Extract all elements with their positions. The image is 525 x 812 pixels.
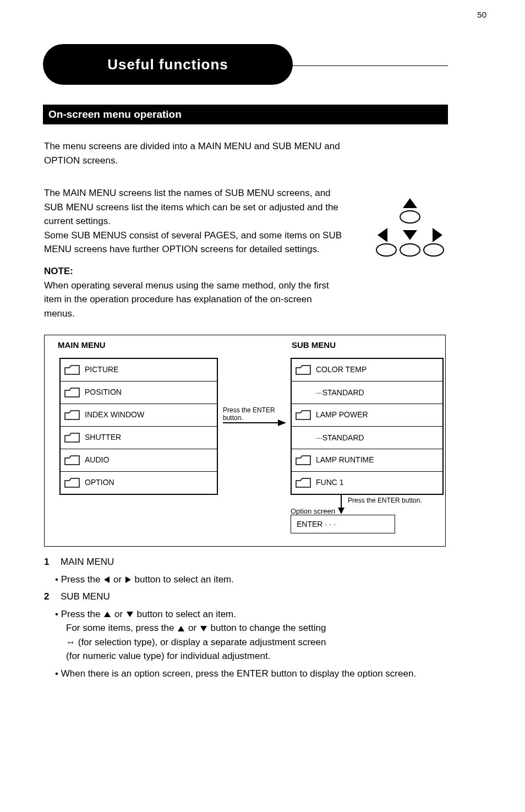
header-pill-rule	[292, 66, 448, 66]
svg-marker-11	[338, 508, 344, 514]
svg-point-7	[424, 244, 444, 256]
section-bar: On-screen menu operation	[43, 105, 448, 124]
step-2-bullet-2: • When there is an option screen, press …	[55, 667, 448, 681]
header-pill-text: Useful functions	[107, 56, 228, 73]
step-2-note-3: (for numeric value type) for individual …	[66, 649, 448, 663]
steps-block: 1MAIN MENU • Press the or button to sele…	[44, 555, 448, 680]
folder-icon	[295, 477, 311, 488]
folder-icon	[64, 410, 80, 421]
page-number: 50	[477, 10, 486, 19]
list-item: ···STANDARD	[292, 382, 443, 404]
svg-marker-6	[433, 228, 442, 242]
list-item: PICTURE	[61, 359, 217, 382]
intro-paragraph-1: The menu screens are divided into a MAIN…	[44, 139, 343, 167]
step-2-note-2: ↔ (for selection type), or display a sep…	[66, 635, 448, 650]
list-item: INDEX WINDOW	[61, 404, 217, 427]
svg-marker-0	[403, 198, 417, 208]
list-item: AUDIO	[61, 449, 217, 472]
svg-point-3	[400, 244, 420, 256]
sub-menu-list: COLOR TEMP ···STANDARD LAMP POWER ···STA…	[291, 358, 444, 495]
list-item: LAMP POWER	[292, 404, 443, 427]
triangle-down-icon	[127, 612, 133, 617]
svg-marker-2	[403, 230, 417, 240]
folder-icon	[64, 387, 80, 398]
arrow-down-label: Press the ENTER button.	[348, 497, 422, 504]
folder-icon	[64, 477, 80, 488]
arrow-down-icon	[336, 494, 347, 514]
list-item: ···STANDARD	[292, 427, 443, 449]
svg-point-1	[400, 211, 420, 223]
folder-icon	[295, 455, 311, 466]
list-item: POSITION	[61, 382, 217, 404]
list-item: SHUTTER	[61, 427, 217, 449]
list-item: COLOR TEMP	[292, 359, 443, 382]
note-block: NOTE: When operating several menus using…	[44, 264, 343, 320]
option-screen-box: ENTER · · ·	[291, 515, 395, 533]
triangle-left-icon	[104, 576, 110, 583]
step-2-bullet-1: • Press the or button to select an item.	[55, 607, 448, 622]
triangle-up-icon	[178, 626, 184, 631]
step-2-note-1: For some items, press the or button to c…	[66, 621, 448, 635]
svg-marker-4	[378, 228, 387, 242]
folder-icon	[64, 455, 80, 466]
list-item: LAMP RUNTIME	[292, 449, 443, 472]
triangle-right-icon	[125, 576, 131, 583]
list-item: FUNC 1	[292, 472, 443, 494]
main-menu-header: MAIN MENU	[58, 340, 106, 350]
arrow-button-pad-icon	[374, 198, 446, 264]
intro-paragraph-2: The MAIN MENU screens list the names of …	[44, 186, 343, 257]
list-item: OPTION	[61, 472, 217, 494]
svg-point-5	[376, 244, 396, 256]
folder-icon	[295, 410, 311, 421]
folder-icon	[64, 364, 80, 375]
main-menu-list: PICTURE POSITION INDEX WINDOW SHUTTER AU…	[59, 358, 218, 495]
step-2-title: 2SUB MENU	[44, 590, 448, 604]
step-1-title: 1MAIN MENU	[44, 555, 448, 569]
header-pill: Useful functions	[43, 44, 293, 85]
triangle-down-icon	[200, 626, 207, 631]
sub-menu-header: SUB MENU	[292, 340, 336, 350]
option-screen-label: Option screen	[291, 507, 335, 515]
triangle-up-icon	[104, 612, 111, 617]
arrow-right-label: Press the ENTER button.	[223, 406, 283, 422]
note-text: When operating several menus using the s…	[44, 280, 329, 319]
folder-icon	[64, 432, 80, 443]
folder-icon	[295, 364, 311, 375]
step-1-bullet: • Press the or button to select an item.	[55, 573, 448, 587]
note-label: NOTE:	[44, 266, 73, 276]
